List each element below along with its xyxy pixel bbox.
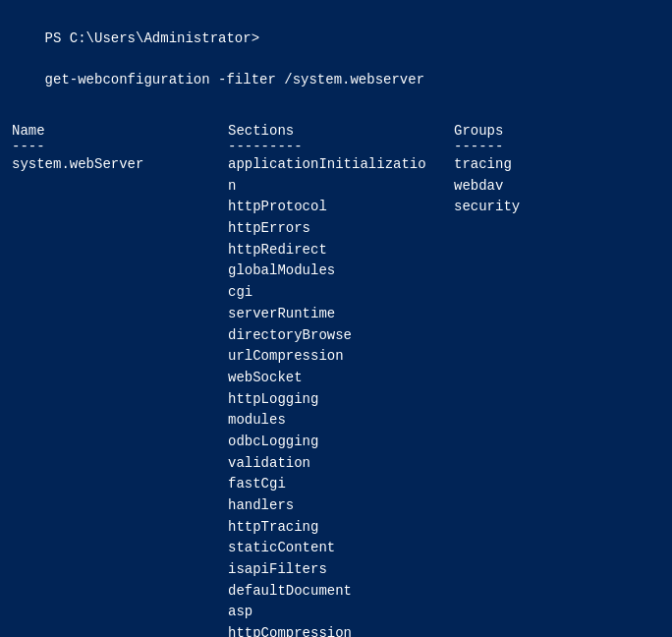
command-text <box>45 51 53 67</box>
section-item: globalModules <box>228 261 454 282</box>
section-item: applicationInitializatio <box>228 154 454 176</box>
section-item: httpCompression <box>228 623 454 637</box>
prompt-line: PS C:\Users\Administrator> get-webconfig… <box>12 8 660 111</box>
groups-sep: ------ <box>454 139 650 154</box>
section-item: httpLogging <box>228 389 454 411</box>
section-item: odbcLogging <box>228 432 454 453</box>
section-item: webSocket <box>228 368 454 389</box>
section-item: httpErrors <box>228 218 454 240</box>
section-item: validation <box>228 453 454 475</box>
name-sep: ---- <box>12 139 228 154</box>
section-item: handlers <box>228 495 454 517</box>
group-item: security <box>454 197 650 218</box>
separator-row: ---- --------- ------ <box>12 139 660 154</box>
section-item: isapiFilters <box>228 559 454 581</box>
section-item: staticContent <box>228 538 454 559</box>
sections-header: Sections <box>228 123 454 139</box>
section-item: fastCgi <box>228 474 454 495</box>
section-item: directoryBrowse <box>228 325 454 347</box>
section-item: defaultDocument <box>228 581 454 603</box>
terminal-window: PS C:\Users\Administrator> get-webconfig… <box>12 8 660 637</box>
name-header: Name <box>12 123 228 139</box>
groups-list: tracing webdav security <box>454 154 650 637</box>
group-item: webdav <box>454 176 650 198</box>
section-item: httpProtocol <box>228 197 454 218</box>
section-item: asp <box>228 602 454 623</box>
section-item: httpRedirect <box>228 240 454 261</box>
command-value: get-webconfiguration -filter /system.web… <box>45 72 424 87</box>
section-item: modules <box>228 410 454 432</box>
sections-list: applicationInitializatio n httpProtocol … <box>228 154 454 637</box>
system-webserver-name: system.webServer <box>12 154 228 637</box>
header-row: Name Sections Groups <box>12 123 660 139</box>
section-item: n <box>228 176 454 198</box>
section-item: httpTracing <box>228 517 454 539</box>
sections-sep: --------- <box>228 139 454 154</box>
group-item: tracing <box>454 154 650 176</box>
prompt-text: PS C:\Users\Administrator> <box>45 30 259 46</box>
data-row: system.webServer applicationInitializati… <box>12 154 660 637</box>
section-item: urlCompression <box>228 346 454 368</box>
section-item: serverRuntime <box>228 304 454 325</box>
output-area: Name Sections Groups ---- --------- ----… <box>12 115 660 637</box>
groups-header: Groups <box>454 123 650 139</box>
section-item: cgi <box>228 282 454 304</box>
